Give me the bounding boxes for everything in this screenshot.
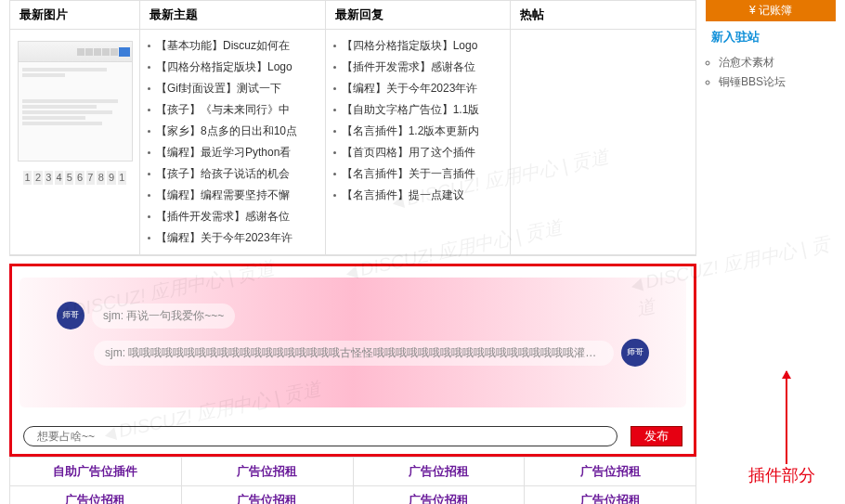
reply-item[interactable]: 【首页四格】用了这个插件 <box>333 142 503 163</box>
forum-tabs-box: 最新图片 <box>9 0 696 256</box>
avatar: 师哥 <box>621 339 649 367</box>
tab-images[interactable]: 最新图片 <box>10 1 139 30</box>
topic-item[interactable]: 【四格分格指定版块】Logo <box>148 57 318 78</box>
ad-cell[interactable]: 广告位招租 <box>525 457 696 485</box>
message-bubble: sjm: 再说一句我爱你~~~ <box>92 304 235 329</box>
topic-item[interactable]: 【插件开发需求】感谢各位 <box>148 206 318 227</box>
reply-item[interactable]: 【插件开发需求】感谢各位 <box>333 57 503 78</box>
message-bubble: sjm: 哦哦哦哦哦哦哦哦哦哦哦哦哦哦哦哦哦哦哦古怪怪哦哦哦哦哦哦哦哦哦哦哦哦哦… <box>94 341 614 366</box>
ad-cell[interactable]: 广告位招租 <box>182 485 354 504</box>
topic-item[interactable]: 【孩子】给孩子说话的机会 <box>148 163 318 185</box>
sidebar-site-item[interactable]: 铜锤BBS论坛 <box>719 72 836 92</box>
topic-item[interactable]: 【编程】关于今年2023年许 <box>148 227 318 249</box>
ad-cell[interactable]: 广告位招租 <box>354 485 526 504</box>
shout-message: sjm: 哦哦哦哦哦哦哦哦哦哦哦哦哦哦哦哦哦哦哦古怪怪哦哦哦哦哦哦哦哦哦哦哦哦哦… <box>57 339 649 367</box>
avatar: 师哥 <box>57 302 84 330</box>
reply-item[interactable]: 【名言插件】关于一言插件 <box>333 163 503 185</box>
reply-item[interactable]: 【自助文字格广告位】1.1版 <box>333 99 503 121</box>
image-pager[interactable]: 1234567891 <box>18 167 132 188</box>
shout-input[interactable] <box>23 426 618 446</box>
ad-cell[interactable]: 自助广告位插件 <box>10 457 182 485</box>
shoutbox: 师哥 sjm: 再说一句我爱你~~~ sjm: 哦哦哦哦哦哦哦哦哦哦哦哦哦哦哦哦… <box>20 278 686 407</box>
reply-item[interactable]: 【编程】关于今年2023年许 <box>333 78 503 99</box>
publish-button[interactable]: 发布 <box>630 426 682 446</box>
ad-cell[interactable]: 广告位招租 <box>525 485 696 504</box>
reply-item[interactable]: 【名言插件】提一点建议 <box>333 185 503 206</box>
topic-item[interactable]: 【孩子】《与未来同行》中 <box>148 99 318 121</box>
tab-replies[interactable]: 最新回复 <box>326 1 511 30</box>
latest-image-thumb[interactable] <box>18 41 133 162</box>
ad-cell[interactable]: 广告位招租 <box>10 485 182 504</box>
sidebar: ¥ 记账簿 新入驻站 治愈术素材 铜锤BBS论坛 <box>696 0 836 504</box>
tab-topics[interactable]: 最新主题 <box>140 1 325 30</box>
ad-grid: 自助广告位插件 广告位招租 广告位招租 广告位招租 广告位招租 广告位招租 广告… <box>9 457 696 504</box>
topic-item[interactable]: 【编程】编程需要坚持不懈 <box>148 185 318 206</box>
topics-list: 【基本功能】Discuz如何在 【四格分格指定版块】Logo 【Gif封面设置】… <box>140 30 325 254</box>
ledger-button[interactable]: ¥ 记账簿 <box>706 0 836 21</box>
shout-message: 师哥 sjm: 再说一句我爱你~~~ <box>57 302 649 330</box>
replies-list: 【四格分格指定版块】Logo 【插件开发需求】感谢各位 【编程】关于今年2023… <box>326 30 511 212</box>
sidebar-section-title[interactable]: 新入驻站 <box>706 25 836 49</box>
annotation-arrow-icon <box>786 371 787 464</box>
plugin-highlight-area: 师哥 sjm: 再说一句我爱你~~~ sjm: 哦哦哦哦哦哦哦哦哦哦哦哦哦哦哦哦… <box>9 264 696 457</box>
topic-item[interactable]: 【基本功能】Discuz如何在 <box>148 35 318 57</box>
tab-hot[interactable]: 热帖 <box>511 1 696 30</box>
ad-cell[interactable]: 广告位招租 <box>354 457 526 485</box>
reply-item[interactable]: 【名言插件】1.2版本更新内 <box>333 121 503 142</box>
topic-item[interactable]: 【Gif封面设置】测试一下 <box>148 78 318 99</box>
annotation-label: 插件部分 <box>726 464 838 486</box>
topic-item[interactable]: 【家乡】8点多的日出和10点 <box>148 121 318 142</box>
topic-item[interactable]: 【编程】最近学习Python看 <box>148 142 318 163</box>
hot-list <box>511 30 696 178</box>
sidebar-site-item[interactable]: 治愈术素材 <box>719 53 836 72</box>
ad-cell[interactable]: 广告位招租 <box>182 457 354 485</box>
reply-item[interactable]: 【四格分格指定版块】Logo <box>333 35 503 57</box>
